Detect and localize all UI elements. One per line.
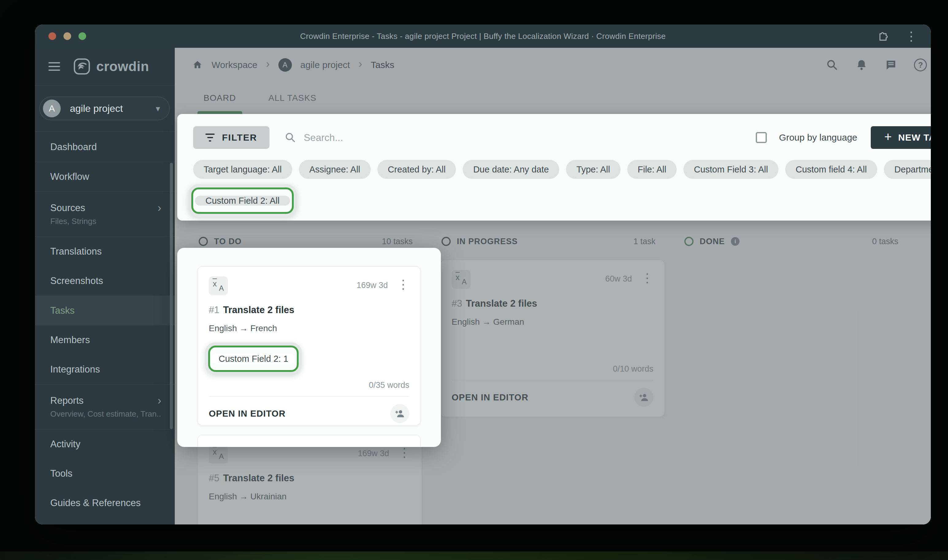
- sidebar: crowdin A agile project ▾ Dashboard Work…: [35, 48, 175, 525]
- filter-chip-assignee[interactable]: Assignee: All: [299, 160, 371, 179]
- filter-chip-department[interactable]: Department: All: [884, 160, 931, 179]
- filter-chip-target-language[interactable]: Target language: All: [193, 160, 292, 179]
- new-task-button[interactable]: + NEW TASK: [871, 126, 931, 149]
- highlight-ring: Custom Field 2: 1: [208, 346, 299, 372]
- chevron-right-icon: ›: [157, 395, 161, 406]
- close-window-button[interactable]: [48, 32, 56, 40]
- highlight-halo: Custom Field 2: All: [188, 185, 297, 217]
- browser-window: Crowdin Enterprise - Tasks - agile proje…: [35, 25, 931, 525]
- filter-toolbar-right: Group by language + NEW TASK: [756, 126, 931, 149]
- filter-chip-custom-field-2[interactable]: Custom Field 2: All: [195, 196, 290, 206]
- sidebar-item-reports[interactable]: Reports › Overview, Cost estimate, Tran.…: [35, 385, 175, 429]
- sidebar-item-tools[interactable]: Tools: [35, 459, 175, 488]
- search-icon: [284, 131, 296, 144]
- minimize-window-button[interactable]: [63, 32, 71, 40]
- crowdin-logo[interactable]: crowdin: [73, 58, 149, 75]
- plus-icon: +: [884, 137, 892, 138]
- translate-task-icon: xA: [209, 276, 228, 295]
- desktop-wallpaper-strip: [0, 551, 948, 560]
- assign-person-button[interactable]: [390, 404, 409, 423]
- sidebar-nav: Dashboard Workflow Sources › Files, Stri…: [35, 132, 175, 518]
- task-languages: English → French: [209, 323, 409, 333]
- zoom-window-button[interactable]: [79, 32, 86, 40]
- crowdin-wordmark: crowdin: [96, 59, 149, 74]
- sidebar-item-members[interactable]: Members: [35, 325, 175, 355]
- browser-toolbar-icons: ⋮: [875, 30, 917, 43]
- filter-chip-created-by[interactable]: Created by: All: [377, 160, 456, 179]
- filter-panel: FILTER Group by language +: [177, 114, 931, 221]
- filter-chip-custom-field-4[interactable]: Custom field 4: All: [785, 160, 877, 179]
- tour-spotlight-panel: xA 169w 3d ⋮ #1Translate 2 files English…: [177, 248, 441, 447]
- window-controls: [48, 32, 86, 40]
- next-card-top-edge: [198, 435, 421, 447]
- sidebar-item-subtitle: Overview, Cost estimate, Tran...: [50, 409, 161, 419]
- filter-chip-due-date[interactable]: Due date: Any date: [463, 160, 559, 179]
- filter-toolbar: FILTER Group by language +: [177, 114, 931, 149]
- filter-funnel-icon: [205, 134, 215, 142]
- filter-chip-custom-field-3[interactable]: Custom Field 3: All: [683, 160, 778, 179]
- open-in-editor-link[interactable]: OPEN IN EDITOR: [209, 409, 286, 419]
- menu-hamburger-icon[interactable]: [48, 62, 60, 71]
- filter-chips-row: Target language: All Assignee: All Creat…: [177, 149, 931, 179]
- browser-menu-icon[interactable]: ⋮: [905, 30, 917, 42]
- search-box: [284, 131, 494, 144]
- sidebar-item-screenshots[interactable]: Screenshots: [35, 266, 175, 295]
- task-age: 169w 3d: [357, 276, 388, 290]
- sidebar-item-sources[interactable]: Sources › Files, Strings: [35, 192, 175, 237]
- task-card-1[interactable]: xA 169w 3d ⋮ #1Translate 2 files English…: [198, 266, 421, 426]
- app-root: crowdin A agile project ▾ Dashboard Work…: [35, 48, 931, 525]
- task-id: #1: [209, 305, 219, 315]
- window-title: Crowdin Enterprise - Tasks - agile proje…: [300, 32, 666, 41]
- person-add-icon: [394, 408, 406, 419]
- task-words-progress: 0/35 words: [209, 380, 409, 390]
- filter-chip-file[interactable]: File: All: [627, 160, 677, 179]
- chevron-right-icon: ›: [157, 203, 161, 214]
- main-area: Workspace › A agile project › Tasks: [175, 48, 931, 525]
- group-by-language-label: Group by language: [779, 132, 857, 143]
- sidebar-item-translations[interactable]: Translations: [35, 237, 175, 266]
- filter-button[interactable]: FILTER: [193, 126, 270, 149]
- sidebar-item-guides-references[interactable]: Guides & References: [35, 488, 175, 518]
- task-title[interactable]: Translate 2 files: [223, 305, 294, 315]
- sidebar-header: crowdin: [35, 48, 175, 85]
- sidebar-item-integrations[interactable]: Integrations: [35, 355, 175, 384]
- extensions-puzzle-icon[interactable]: [875, 30, 889, 43]
- highlight-halo: Custom Field 2: 1: [205, 343, 302, 375]
- search-input[interactable]: [304, 132, 494, 143]
- project-avatar: A: [43, 100, 61, 117]
- sidebar-item-tasks[interactable]: Tasks: [35, 296, 175, 325]
- divider: [209, 396, 409, 397]
- project-selector[interactable]: A agile project ▾: [39, 97, 170, 120]
- filter-chip-type[interactable]: Type: All: [566, 160, 621, 179]
- sidebar-item-activity[interactable]: Activity: [35, 429, 175, 459]
- highlight-ring: Custom Field 2: All: [191, 188, 294, 214]
- project-name: agile project: [70, 103, 123, 114]
- task-custom-field-chip[interactable]: Custom Field 2: 1: [212, 354, 295, 364]
- chevron-down-icon: ▾: [156, 103, 160, 114]
- sidebar-item-workflow[interactable]: Workflow: [35, 162, 175, 191]
- group-by-language-checkbox[interactable]: [756, 132, 767, 143]
- sidebar-item-subtitle: Files, Strings: [50, 217, 161, 226]
- filter-chips-row-2: Custom Field 2: All: [177, 179, 931, 217]
- card-menu-kebab-icon[interactable]: ⋮: [397, 276, 409, 291]
- sidebar-item-dashboard[interactable]: Dashboard: [35, 132, 175, 162]
- crowdin-logo-icon: [73, 58, 91, 75]
- window-titlebar: Crowdin Enterprise - Tasks - agile proje…: [35, 25, 931, 48]
- sidebar-scrollbar[interactable]: [170, 163, 173, 429]
